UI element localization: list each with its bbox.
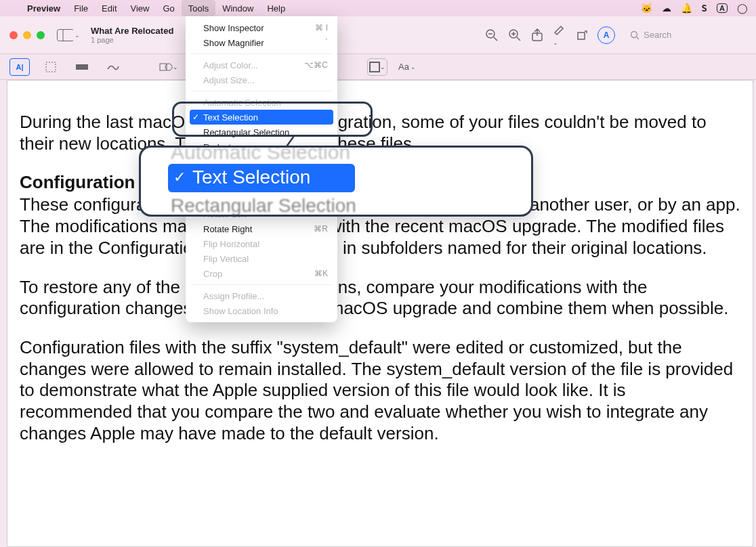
document-title-area: What Are Relocated 1 page <box>91 26 173 44</box>
markup-icon: A <box>604 30 610 40</box>
search-field[interactable]: Search <box>625 27 747 43</box>
menubar: Preview File Edit View Go Tools Window H… <box>0 0 756 16</box>
menu-automatic-selection: Automatic Selection <box>186 95 337 110</box>
rect-select-tool[interactable] <box>41 58 61 76</box>
zoom-out-button[interactable] <box>485 28 499 42</box>
share-icon <box>531 28 543 42</box>
doc-paragraph-4: Configuration files with the suffix "sys… <box>20 337 740 445</box>
cat-icon[interactable]: 🐱 <box>641 3 652 14</box>
menu-tools[interactable]: Tools <box>182 0 215 16</box>
menu-rotate-right[interactable]: Rotate Right⌘R <box>186 221 337 236</box>
share-button[interactable] <box>531 28 543 42</box>
app-name-menu[interactable]: Preview <box>20 0 67 16</box>
document-subtitle: 1 page <box>91 36 173 44</box>
zoom-out-icon <box>485 28 499 42</box>
search-icon <box>630 30 639 40</box>
svg-line-6 <box>517 37 520 41</box>
check-icon: ✓ <box>173 169 186 186</box>
zoom-prev-item: Automatic Selection <box>171 146 531 162</box>
menubar-right: 🐱 ☁ 🔔 S A ◯ <box>641 3 748 14</box>
menu-flip-horizontal: Flip Horizontal <box>186 236 337 251</box>
annotation-zoom-callout: Automatic Selection ✓ Text Selection Rec… <box>139 146 533 217</box>
menu-show-magnifier[interactable]: Show Magnifier` <box>186 35 337 50</box>
menu-edit[interactable]: Edit <box>95 0 123 16</box>
document-title: What Are Relocated <box>91 26 173 36</box>
markup-button[interactable]: A <box>597 26 615 44</box>
svg-point-12 <box>631 31 637 37</box>
svg-line-13 <box>637 37 639 39</box>
highlight-button[interactable]: ⌄ <box>553 23 566 47</box>
menu-flip-vertical: Flip Vertical <box>186 251 337 266</box>
menu-rectangular-selection[interactable]: Rectangular Selection <box>186 125 337 139</box>
s-icon[interactable]: S <box>702 3 707 14</box>
rect-select-icon <box>45 62 56 72</box>
zoom-next-item: Rectangular Selection <box>171 195 531 217</box>
close-window-button[interactable] <box>9 31 18 39</box>
menu-separator <box>191 91 332 91</box>
svg-rect-15 <box>76 64 88 70</box>
redact-tool[interactable] <box>72 58 92 76</box>
menu-show-location: Show Location Info <box>186 303 337 318</box>
bell-icon[interactable]: 🔔 <box>681 3 692 14</box>
svg-rect-20 <box>370 62 379 72</box>
wechat-icon[interactable]: ☁ <box>662 3 671 14</box>
menu-go[interactable]: Go <box>156 0 181 16</box>
sketch-icon <box>107 62 119 72</box>
menu-adjust-color: Adjust Color...⌥⌘C <box>186 58 337 72</box>
border-color-tool[interactable]: ⌄ <box>367 58 387 76</box>
redact-icon <box>76 62 88 72</box>
sketch-tool[interactable] <box>103 58 123 76</box>
menu-separator <box>191 53 332 54</box>
shapes-tool[interactable]: ⌄ <box>159 58 179 76</box>
window-controls <box>9 31 45 39</box>
highlighter-icon <box>553 23 566 35</box>
rotate-button[interactable] <box>576 29 588 41</box>
menu-text-selection[interactable]: ✓Text Selection <box>190 110 333 125</box>
minimize-window-button[interactable] <box>23 31 31 39</box>
doc-paragraph-3: To restore any of the custom configurati… <box>20 277 740 320</box>
a-box-icon[interactable]: A <box>717 3 728 13</box>
svg-rect-11 <box>578 32 585 39</box>
menu-file[interactable]: File <box>67 0 95 16</box>
text-style-tool[interactable]: Aa⌄ <box>398 62 416 72</box>
markup-toolbar: A| ⌄ A ⌄ Aa⌄ <box>0 54 756 80</box>
svg-line-3 <box>494 37 497 41</box>
menu-show-inspector[interactable]: Show Inspector⌘ I <box>186 20 337 35</box>
user-icon[interactable]: ◯ <box>737 3 748 14</box>
menu-separator <box>191 284 332 285</box>
zoom-selected-item: ✓ Text Selection <box>168 164 355 192</box>
menu-assign-profile: Assign Profile... <box>186 288 337 303</box>
shapes-icon <box>159 62 173 72</box>
sidebar-toggle-button[interactable]: ⌄ <box>57 25 80 45</box>
search-placeholder: Search <box>644 30 671 40</box>
menu-help[interactable]: Help <box>260 0 292 16</box>
check-icon: ✓ <box>192 112 199 122</box>
menu-view[interactable]: View <box>124 0 156 16</box>
menu-window[interactable]: Window <box>215 0 260 16</box>
zoom-in-icon <box>508 28 522 42</box>
menu-adjust-size: Adjust Size... <box>186 72 337 87</box>
sidebar-icon <box>57 29 73 41</box>
menu-crop: Crop⌘K <box>186 266 337 281</box>
zoom-window-button[interactable] <box>37 31 45 39</box>
rotate-icon <box>576 29 588 41</box>
border-color-icon <box>369 62 380 72</box>
window-toolbar: ⌄ What Are Relocated 1 page ⌄ A Search <box>0 16 756 54</box>
svg-rect-14 <box>46 62 56 72</box>
text-select-tool[interactable]: A| <box>9 58 30 76</box>
zoom-in-button[interactable] <box>508 28 522 42</box>
svg-rect-0 <box>58 29 74 41</box>
